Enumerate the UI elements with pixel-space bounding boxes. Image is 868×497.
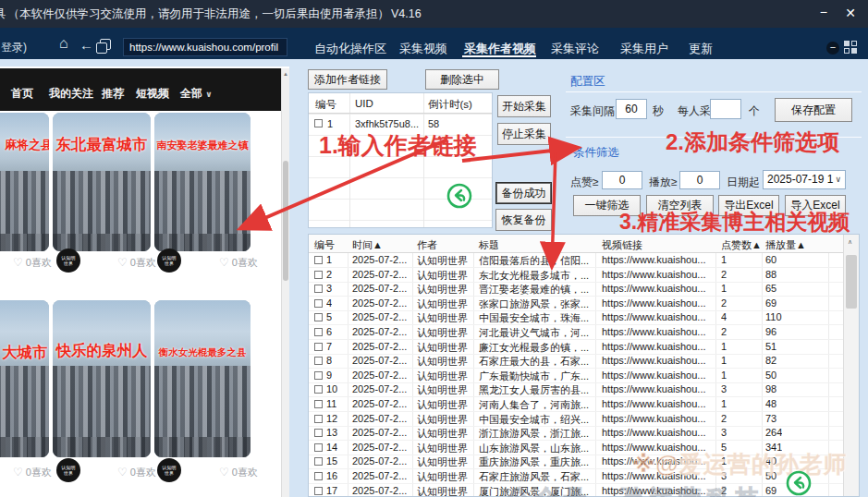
row-checkbox[interactable]	[314, 385, 323, 394]
nav-tab-2[interactable]: 采集视频	[399, 41, 447, 57]
back-arrow-icon[interactable]: ←	[79, 37, 93, 53]
cell-link[interactable]: https://www.kuaishou...	[602, 269, 714, 280]
web-tab-3[interactable]: 推荐	[102, 86, 124, 102]
cell-link[interactable]: https://www.kuaishou...	[602, 297, 714, 309]
nav-tab-1[interactable]: 自动化操作区	[314, 41, 386, 57]
row-checkbox[interactable]	[314, 313, 323, 321]
cell-link[interactable]: https://www.kuaishou...	[602, 398, 714, 409]
video-card[interactable]: 东北最富城市	[53, 113, 151, 251]
row-checkbox[interactable]	[314, 299, 323, 308]
save-config-button[interactable]: 保存配置	[775, 98, 852, 122]
video-col-1[interactable]: 编号	[314, 238, 335, 252]
cell-link[interactable]: https://www.kuaishou...	[602, 370, 714, 381]
copy-pages-icon[interactable]	[100, 39, 111, 50]
cell-link[interactable]: https://www.kuaishou...	[602, 326, 714, 337]
table-row[interactable]: 12025-07-2...认知明世界信阳最落后的县，信阳...https://w…	[309, 253, 844, 268]
cell-link[interactable]: https://www.kuaishou...	[602, 341, 714, 352]
row-checkbox[interactable]	[314, 472, 323, 480]
cell-link[interactable]: https://www.kuaishou...	[602, 355, 714, 366]
avatar[interactable]: 认知明世界	[157, 248, 181, 273]
nav-tab-4[interactable]: 采集评论	[551, 41, 599, 57]
interval-input[interactable]: 60	[616, 99, 647, 119]
web-tab-all-filter[interactable]: 全部 ∨	[180, 86, 213, 102]
row-checkbox[interactable]	[314, 328, 323, 336]
video-col-5[interactable]: 视频链接	[602, 238, 642, 252]
table-row[interactable]: 42025-07-2...认知明世界张家口旅游风景，张家...https://w…	[309, 297, 844, 311]
undo-arrow-icon[interactable]	[446, 183, 472, 209]
row-checkbox[interactable]	[314, 429, 323, 437]
heart-icon[interactable]: ♡	[13, 466, 23, 479]
table-row[interactable]: 22025-07-2...认知明世界东北女光棍最多城市，...https://w…	[309, 268, 844, 283]
heart-icon[interactable]: ♡	[13, 256, 23, 269]
avatar[interactable]: 认知明世界	[56, 248, 80, 273]
table-row[interactable]: 82025-07-2...认知明世界石家庄最大的县，石家...https://w…	[309, 354, 844, 369]
row-checkbox[interactable]	[314, 371, 323, 380]
table-row[interactable]: 32025-07-2...认知明世界晋江娶老婆最难的镇，...https://w…	[309, 282, 844, 297]
table-scroll-up-icon[interactable]: ∧	[848, 238, 852, 246]
date-filter-dropdown[interactable]: 2025-07-19 1 ∨	[763, 170, 846, 189]
row-checkbox[interactable]	[314, 415, 323, 423]
table-row[interactable]: 72025-07-2...认知明世界廉江女光棍最多的镇，...https://w…	[309, 340, 844, 355]
delete-selected-button[interactable]: 删除选中	[425, 69, 499, 90]
video-col-2[interactable]: 时间▲	[352, 238, 383, 252]
row-checkbox[interactable]	[314, 285, 323, 293]
video-card[interactable]: 衡水女光棍最多之县	[154, 300, 251, 457]
table-row[interactable]: 92025-07-2...认知明世界广东最勤快城市，广东...https://w…	[309, 369, 844, 383]
cell-link[interactable]: https://www.kuaishou...	[602, 311, 714, 322]
cell-link[interactable]: https://www.kuaishou...	[602, 254, 714, 265]
row-checkbox[interactable]	[314, 357, 323, 365]
table-row[interactable]: 102025-07-2...认知明世界黑龙江女人最厉害的县...https://…	[309, 382, 844, 397]
table-row[interactable]: 62025-07-2...认知明世界河北最讲义气城市，河...https://w…	[309, 325, 844, 340]
heart-icon[interactable]: ♡	[219, 256, 229, 269]
close-button[interactable]: ✕	[845, 6, 856, 20]
cell-link[interactable]: https://www.kuaishou...	[602, 413, 714, 424]
video-card[interactable]: 大城市	[0, 300, 49, 457]
web-tab-1[interactable]: 首页	[11, 86, 33, 102]
likes-filter-input[interactable]: 0	[602, 171, 642, 189]
qr-grid-icon[interactable]	[844, 41, 858, 55]
video-col-6[interactable]: 点赞数▲	[721, 238, 762, 252]
cell-link[interactable]: https://www.kuaishou...	[602, 427, 714, 438]
table-scrollbar-thumb[interactable]	[846, 255, 857, 309]
video-card[interactable]: 南安娶老婆最难之镇	[154, 113, 251, 251]
video-card[interactable]: 快乐的泉州人	[53, 300, 151, 457]
web-tab-2[interactable]: 我的关注	[49, 86, 93, 102]
url-input[interactable]: https://www.kuaishou.com/profil	[123, 38, 287, 56]
cell-link[interactable]: https://www.kuaishou...	[602, 383, 714, 394]
row-checkbox[interactable]	[314, 256, 323, 264]
nav-tab-6[interactable]: 更新	[689, 41, 713, 57]
start-collect-button[interactable]: 开始采集	[497, 95, 551, 117]
row-checkbox[interactable]	[314, 457, 323, 466]
row-checkbox[interactable]	[314, 271, 323, 279]
web-tab-4[interactable]: 短视频	[136, 86, 169, 102]
heart-icon[interactable]: ♡	[219, 466, 229, 479]
table-row[interactable]: 52025-07-2...认知明世界中国最安全城市，珠海...https://w…	[309, 310, 844, 325]
heart-icon[interactable]: ♡	[117, 466, 128, 479]
web-scrollbar-thumb[interactable]	[283, 161, 288, 281]
per-person-input[interactable]	[710, 99, 741, 119]
minus-circle-icon[interactable]: −	[826, 42, 839, 55]
backup-success-button[interactable]: 备份成功	[495, 182, 552, 204]
video-card[interactable]: 麻将之县	[0, 113, 49, 251]
web-scrollbar[interactable]: ▲	[281, 68, 289, 497]
scroll-up-arrow-icon[interactable]: ▲	[283, 71, 288, 77]
stop-collect-button[interactable]: 停止采集	[497, 123, 551, 145]
plays-filter-input[interactable]: 0	[679, 171, 720, 189]
table-row[interactable]: 112025-07-2...认知明世界河南人集合了，河南旅...https://…	[309, 397, 844, 412]
home-icon[interactable]: ⌂	[59, 35, 68, 52]
author-row-checkbox[interactable]	[314, 119, 323, 127]
table-row[interactable]: 132025-07-2...认知明世界浙江旅游风景，浙江旅...https://…	[309, 426, 844, 441]
table-row[interactable]: 122025-07-2...认知明世界中国最安全城市，绍兴...https://…	[309, 412, 844, 427]
heart-icon[interactable]: ♡	[117, 256, 128, 269]
video-col-4[interactable]: 标题	[479, 238, 499, 252]
row-checkbox[interactable]	[314, 487, 323, 495]
avatar[interactable]: 认知明世界	[157, 458, 181, 482]
minimize-button[interactable]: −	[820, 5, 827, 19]
nav-tab-5[interactable]: 采集用户	[620, 41, 668, 57]
video-col-7[interactable]: 播放量▲	[765, 238, 806, 252]
avatar[interactable]: 认知明世界	[56, 458, 80, 482]
restore-backup-button[interactable]: 恢复备份	[495, 209, 552, 231]
row-checkbox[interactable]	[314, 400, 323, 408]
undo-arrow-icon-2[interactable]	[786, 470, 812, 496]
row-checkbox[interactable]	[314, 343, 323, 351]
